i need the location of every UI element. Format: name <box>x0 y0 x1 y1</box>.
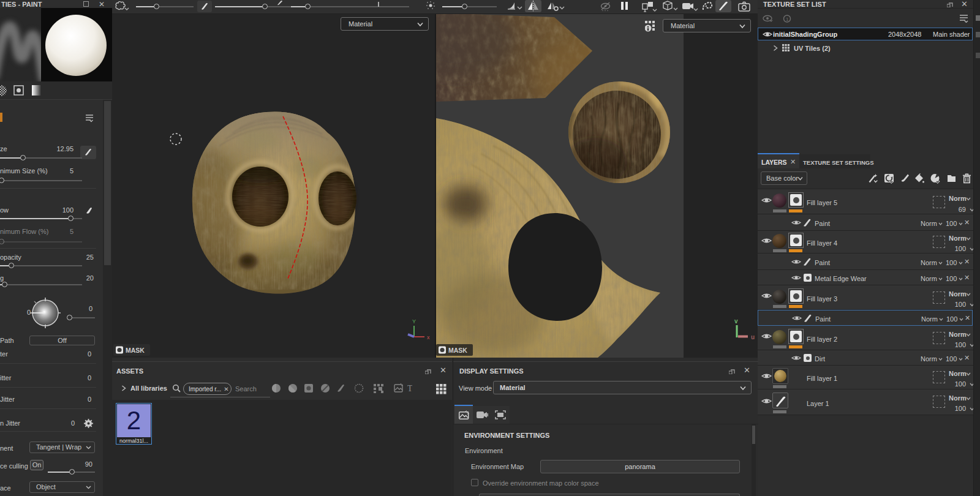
svg-text:MASK: MASK <box>126 347 145 354</box>
svg-text:1: 1 <box>786 17 789 22</box>
svg-text:u: u <box>751 334 755 340</box>
svg-text:MASK: MASK <box>448 347 467 354</box>
svg-text:x: x <box>427 334 430 340</box>
svg-text:v: v <box>734 318 738 325</box>
svg-text:T: T <box>407 384 412 393</box>
svg-text:Y: Y <box>412 318 416 325</box>
